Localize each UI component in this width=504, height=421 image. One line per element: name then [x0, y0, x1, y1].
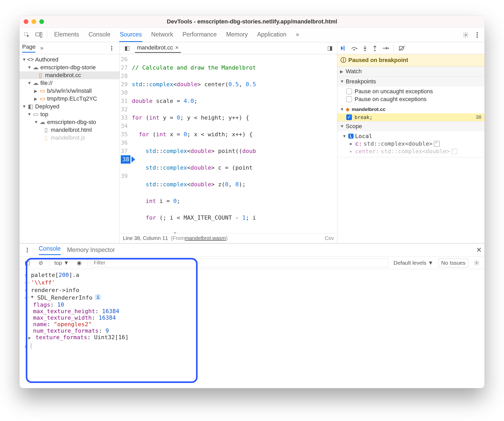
svg-point-18	[27, 251, 28, 252]
step-icon[interactable]	[382, 46, 389, 51]
code-lines[interactable]: // Calculate and draw the Mandelbrot std…	[130, 54, 256, 233]
pause-caught-checkbox[interactable]: Pause on caught exceptions	[346, 95, 482, 103]
context-selector[interactable]: top ▼	[53, 259, 71, 267]
folder-icon: ▭	[39, 96, 46, 102]
pause-uncaught-checkbox[interactable]: Pause on uncaught exceptions	[346, 88, 482, 95]
tabs-overflow[interactable]: »	[295, 28, 300, 42]
issues-button[interactable]: No Issues	[438, 258, 468, 267]
panel-tabs: Elements Console Sources Network Perform…	[54, 28, 459, 42]
svg-point-7	[111, 46, 112, 47]
toggle-navigator-icon[interactable]: ◧	[122, 43, 132, 53]
tree-deployed[interactable]: Deployed	[35, 103, 59, 110]
nav-tabs-overflow[interactable]: »	[40, 45, 43, 52]
step-out-icon[interactable]	[372, 45, 377, 51]
log-levels-selector[interactable]: Default levels ▼	[392, 259, 435, 267]
step-over-icon[interactable]	[351, 45, 358, 51]
memory-icon[interactable]	[451, 148, 457, 154]
debugger-sidebar: ⓘ Paused on breakpoint ▶Watch ▼Breakpoin…	[337, 42, 484, 243]
tree-file-scheme[interactable]: file://	[40, 80, 52, 86]
close-tab-icon[interactable]: ✕	[175, 45, 179, 51]
clear-console-icon[interactable]: ⊘	[36, 258, 46, 268]
live-expression-icon[interactable]: ◉	[74, 258, 84, 268]
source-editor: ◧ mandelbrot.cc ✕ ◨ 26272829303132333435…	[120, 42, 337, 243]
breakpoints-section[interactable]: ▼Breakpoints	[337, 77, 484, 86]
svg-point-4	[477, 32, 478, 33]
code-area[interactable]: 2627282930313233343536373839 // Calculat…	[120, 54, 337, 233]
console-toolbar: ◧ ⊘ top ▼ ◉ Default levels ▼ No Issues	[20, 257, 484, 269]
document-icon: ▯	[43, 127, 49, 133]
svg-point-8	[111, 47, 112, 49]
tree-top-host[interactable]: emscripten-dbg-sto	[47, 119, 96, 126]
tab-elements[interactable]: Elements	[54, 28, 80, 42]
tab-memory[interactable]: Memory	[226, 28, 248, 42]
scope-local[interactable]: Local	[355, 133, 372, 139]
drawer-more-icon[interactable]	[22, 245, 33, 255]
breakpoint-checkbox[interactable]	[346, 114, 352, 120]
scope-var-c[interactable]: c:	[355, 140, 362, 147]
breakpoint-line: 38	[476, 114, 481, 120]
drawer-tab-memory[interactable]: Memory Inspector	[67, 246, 115, 253]
scope-var-center[interactable]: center:	[355, 148, 379, 154]
file-tree[interactable]: ▼<>Authored ▼☁emscripten-dbg-storie ▯man…	[20, 54, 119, 243]
editor-tabs: ◧ mandelbrot.cc ✕ ◨	[120, 42, 337, 54]
resume-icon[interactable]	[341, 45, 346, 51]
svg-point-16	[27, 247, 28, 249]
watch-section[interactable]: ▶Watch	[337, 66, 484, 76]
breakpoint-entry[interactable]: break; 38	[337, 113, 484, 121]
cloud-icon: ☁	[33, 64, 39, 71]
zoom-window-button[interactable]	[39, 19, 44, 24]
tree-top[interactable]: top	[40, 111, 48, 118]
console-struct[interactable]: SDL_RendererInfo	[37, 294, 92, 301]
tab-performance[interactable]: Performance	[182, 28, 217, 42]
code-icon: <>	[27, 57, 34, 63]
source-map-link[interactable]: mandelbrot.wasm	[185, 235, 226, 241]
window-title: DevTools - emscripten-dbg-stories.netlif…	[20, 18, 484, 25]
object-props[interactable]: flags: 10 max_texture_height: 16384 max_…	[24, 301, 481, 340]
tree-file-mandelbrot-cc[interactable]: mandelbrot.cc	[45, 72, 81, 79]
close-window-button[interactable]	[24, 19, 28, 24]
tab-console[interactable]: Console	[88, 28, 111, 42]
tab-sources[interactable]: Sources	[119, 28, 142, 42]
svg-point-5	[477, 34, 478, 35]
scope-section[interactable]: ▼Scope	[337, 121, 484, 131]
editor-tab-mandelbrot[interactable]: mandelbrot.cc ✕	[135, 43, 181, 53]
tree-folder-b[interactable]: tmp/tmp.ELcTq2YC	[47, 95, 97, 102]
devtools-tabbar: Elements Console Sources Network Perform…	[20, 28, 484, 42]
breakpoint-file[interactable]: ▼◈mandelbrot.cc	[337, 105, 484, 113]
console-sidebar-icon[interactable]: ◧	[22, 258, 33, 268]
tree-file-html[interactable]: mandelbrot.html	[51, 127, 92, 133]
tab-network[interactable]: Network	[151, 28, 174, 42]
drawer-tab-console[interactable]: Console	[39, 245, 61, 255]
tree-file-js[interactable]: mandelbrot.js	[51, 134, 85, 141]
close-drawer-icon[interactable]: ✕	[476, 246, 482, 254]
console-prompt[interactable]	[31, 343, 31, 349]
tree-host[interactable]: emscripten-dbg-storie	[40, 64, 96, 71]
step-into-icon[interactable]	[362, 45, 368, 51]
console-filter-input[interactable]	[91, 258, 389, 267]
more-icon[interactable]	[472, 30, 482, 40]
tab-application[interactable]: Application	[257, 28, 287, 42]
paused-banner: ⓘ Paused on breakpoint	[337, 54, 484, 66]
navigator-tabs: Page »	[20, 42, 119, 54]
console-output[interactable]: ›palette[200].a ‹·'\\xff' ›renderer->inf…	[20, 269, 484, 388]
minimize-window-button[interactable]	[32, 19, 36, 24]
deactivate-breakpoints-icon[interactable]	[399, 45, 405, 51]
sources-panel: Page » ▼<>Authored ▼☁emscripten-dbg-stor…	[20, 42, 484, 243]
svg-point-11	[354, 49, 355, 50]
cursor-position: Line 38, Column 11	[123, 235, 168, 241]
cube-icon: ◧	[27, 103, 34, 110]
tree-authored[interactable]: Authored	[35, 56, 58, 63]
window-controls	[24, 19, 44, 24]
tree-folder-a[interactable]: b/s/w/ir/x/w/install	[47, 88, 92, 94]
console-input-1: palette[200].a	[31, 272, 79, 278]
console-settings-icon[interactable]	[471, 258, 482, 268]
info-badge-icon[interactable]: i	[95, 294, 101, 300]
line-gutter[interactable]: 2627282930313233343536373839	[120, 54, 130, 233]
settings-icon[interactable]	[461, 30, 471, 40]
inspect-element-icon[interactable]	[22, 30, 32, 40]
nav-tab-page[interactable]: Page	[22, 44, 35, 53]
device-toolbar-icon[interactable]	[34, 30, 44, 40]
nav-more-icon[interactable]	[106, 43, 117, 53]
memory-icon[interactable]	[434, 141, 440, 147]
toggle-debugger-icon[interactable]: ◨	[325, 43, 335, 53]
